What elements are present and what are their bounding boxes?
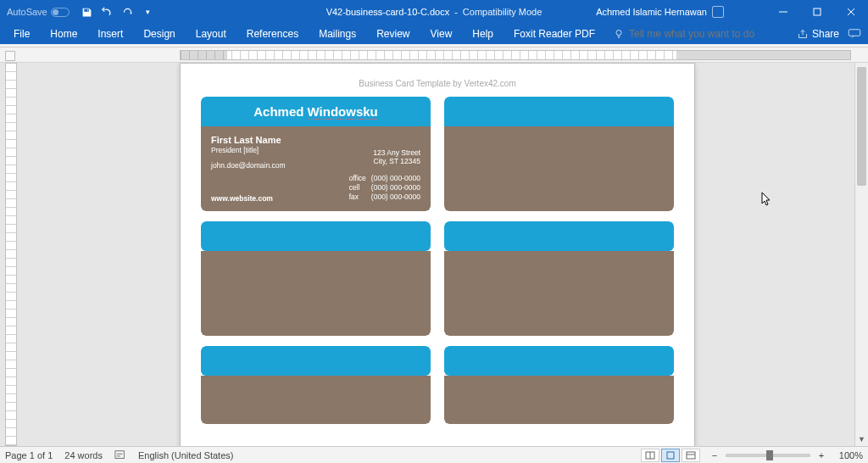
tab-help[interactable]: Help [462, 25, 504, 43]
business-card[interactable] [201, 346, 431, 424]
autosave-toggle-icon[interactable] [51, 8, 70, 17]
share-icon [798, 29, 808, 39]
tab-layout[interactable]: Layout [186, 25, 236, 43]
share-label: Share [812, 28, 839, 40]
card-header[interactable]: Achmed Windowsku [201, 97, 431, 126]
window-controls [766, 0, 868, 24]
card-body[interactable]: First Last Name President [title] john.d… [201, 126, 431, 211]
comments-icon[interactable] [848, 29, 861, 39]
tab-mailings[interactable]: Mailings [309, 25, 366, 43]
card-body[interactable] [444, 126, 674, 211]
card-phones: office(000) 000-0000 cell(000) 000-0000 … [349, 174, 420, 201]
svg-point-1 [616, 31, 621, 36]
print-layout-button[interactable] [661, 449, 680, 462]
card-name: First Last Name [211, 135, 420, 145]
read-mode-icon [645, 451, 655, 460]
scrollbar-thumb[interactable] [857, 67, 866, 186]
business-cards-grid: Achmed Windowsku First Last Name Preside… [201, 97, 674, 424]
close-button[interactable] [834, 0, 868, 24]
zoom-slider[interactable] [726, 454, 810, 457]
card-header-name: Achmed Windowsku [253, 104, 378, 119]
card-body[interactable] [444, 376, 674, 424]
compatibility-mode-label: Compatibility Mode [463, 7, 542, 17]
mouse-cursor-icon [761, 192, 771, 207]
quick-access-toolbar: ▾ [81, 6, 154, 18]
zoom-control: − + 100% [709, 450, 863, 460]
zoom-in-button[interactable]: + [815, 450, 827, 460]
business-card[interactable] [201, 221, 431, 336]
card-body[interactable] [201, 251, 431, 336]
status-word-count[interactable]: 24 words [64, 450, 103, 460]
autosave-control[interactable]: AutoSave [7, 7, 70, 17]
tab-home[interactable]: Home [40, 25, 87, 43]
document-name: V42-business-card-10-C.docx [326, 7, 450, 17]
web-layout-button[interactable] [682, 449, 700, 462]
card-header[interactable] [444, 221, 674, 251]
vertical-scrollbar[interactable]: ▲ ▼ [854, 63, 868, 446]
read-mode-button[interactable] [641, 449, 659, 462]
tab-insert[interactable]: Insert [87, 25, 133, 43]
card-body[interactable] [201, 376, 431, 424]
card-header[interactable] [201, 346, 431, 376]
redo-icon[interactable] [122, 6, 134, 18]
ruler-corner[interactable] [5, 51, 15, 61]
card-address: 123 Any Street City, ST 12345 [373, 148, 420, 165]
document-title: V42-business-card-10-C.docx - Compatibil… [326, 7, 542, 17]
ruler-row [0, 47, 868, 63]
svg-rect-5 [667, 452, 674, 459]
card-header[interactable] [444, 97, 674, 126]
tab-review[interactable]: Review [366, 25, 420, 43]
tab-file[interactable]: File [3, 25, 40, 43]
print-layout-icon [665, 451, 676, 460]
svg-rect-2 [849, 30, 860, 36]
minimize-button[interactable] [766, 0, 800, 24]
document-workspace: Business Card Template by Vertex42.com A… [0, 63, 868, 446]
tab-foxit[interactable]: Foxit Reader PDF [504, 25, 605, 43]
share-button[interactable]: Share [798, 28, 839, 40]
tab-view[interactable]: View [420, 25, 463, 43]
title-bar: AutoSave ▾ V42-business-card-10-C.docx -… [0, 0, 868, 24]
status-language[interactable]: English (United States) [138, 450, 234, 460]
card-body[interactable] [444, 251, 674, 336]
user-name: Achmed Islamic Hernawan [596, 7, 707, 17]
status-spellcheck[interactable] [114, 449, 126, 461]
maximize-button[interactable] [800, 0, 834, 24]
tell-me-search[interactable] [614, 28, 773, 40]
qat-customize-icon[interactable]: ▾ [142, 6, 154, 18]
tell-me-input[interactable] [629, 28, 773, 40]
save-icon[interactable] [81, 6, 93, 18]
spellcheck-icon [114, 449, 126, 461]
svg-rect-0 [814, 8, 821, 15]
view-mode-buttons [641, 449, 700, 462]
tab-design[interactable]: Design [133, 25, 185, 43]
scroll-down-icon[interactable]: ▼ [855, 432, 868, 446]
zoom-slider-knob[interactable] [766, 450, 773, 460]
undo-icon[interactable] [102, 6, 114, 18]
page-watermark: Business Card Template by Vertex42.com [201, 79, 674, 88]
business-card[interactable]: Achmed Windowsku First Last Name Preside… [201, 97, 431, 211]
autosave-label: AutoSave [7, 7, 47, 17]
business-card[interactable] [444, 97, 674, 211]
status-bar: Page 1 of 1 24 words English (United Sta… [0, 446, 868, 463]
card-header[interactable] [201, 221, 431, 251]
card-header[interactable] [444, 346, 674, 376]
vertical-ruler[interactable] [5, 63, 17, 446]
web-layout-icon [686, 451, 696, 460]
document-page[interactable]: Business Card Template by Vertex42.com A… [180, 63, 695, 446]
svg-rect-3 [115, 450, 125, 458]
status-page[interactable]: Page 1 of 1 [5, 450, 53, 460]
tab-references[interactable]: References [236, 25, 309, 43]
ribbon-tabs: File Home Insert Design Layout Reference… [0, 24, 868, 44]
lightbulb-icon [614, 29, 624, 39]
user-account[interactable]: Achmed Islamic Hernawan [596, 6, 724, 18]
user-avatar-icon [712, 6, 724, 18]
zoom-level[interactable]: 100% [832, 450, 863, 460]
zoom-out-button[interactable]: − [709, 450, 721, 460]
business-card[interactable] [444, 221, 674, 336]
card-website: www.website.com [211, 194, 273, 203]
svg-rect-6 [687, 452, 695, 459]
horizontal-ruler[interactable] [180, 50, 851, 60]
business-card[interactable] [444, 346, 674, 424]
